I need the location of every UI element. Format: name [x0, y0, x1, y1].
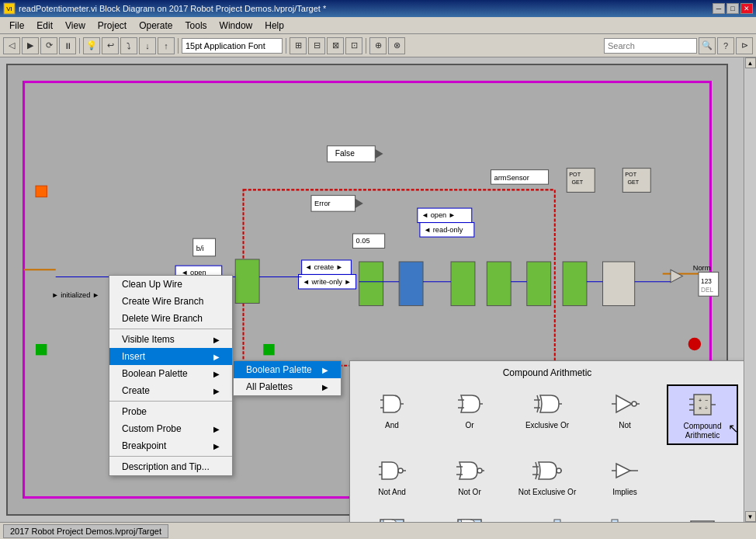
palette-not-and[interactable]: Not And [356, 451, 428, 501]
palette-compound-arithmetic[interactable]: + − × ÷ Compound Arithmetic [667, 384, 738, 445]
ctx-boolean-palette[interactable]: Boolean Palette ▶ [109, 365, 232, 382]
toolbar-terminals[interactable]: ⊕ [369, 37, 387, 54]
search-input[interactable] [604, 38, 697, 54]
exclusive-or-label: Exclusive Or [525, 421, 569, 430]
menu-bar: File Edit View Project Operate Tools Win… [0, 17, 756, 34]
scroll-down-button[interactable]: ▼ [745, 511, 756, 522]
block-diagram-canvas[interactable]: False armSensor POT GET POT GET Error [0, 57, 744, 522]
scroll-up-button[interactable]: ▲ [745, 57, 756, 68]
svg-text:► initialized ►: ► initialized ► [52, 291, 100, 299]
svg-rect-39 [399, 262, 423, 306]
palette-or-array[interactable]: Or Array Elements [434, 507, 505, 522]
palette-bool-to-01[interactable]: T=1 F=0 Bool to (0,1) [667, 507, 738, 522]
scrollbar-right[interactable]: ▲ ▼ [744, 57, 756, 522]
implies-label: Implies [612, 488, 637, 497]
help-button[interactable]: ? [717, 37, 734, 54]
toolbar-sep-3 [286, 38, 286, 54]
boolean-palette-arrow: ▶ [213, 370, 220, 378]
not-exclusive-or-icon [532, 455, 563, 486]
svg-text:POT: POT [569, 171, 581, 178]
status-bar: 2017 Robot Project Demos.lvproj/Target [0, 522, 756, 539]
window-controls: ─ □ ✕ [713, 3, 753, 14]
ctx-custom-probe[interactable]: Custom Probe ▶ [109, 420, 232, 437]
menu-operate[interactable]: Operate [133, 19, 179, 33]
ctx-cleanup-wire[interactable]: Clean Up Wire [109, 276, 232, 293]
svg-rect-40 [451, 262, 475, 306]
toolbar-step-into[interactable]: ↓ [139, 37, 156, 54]
not-or-label: Not Or [458, 488, 480, 497]
palette-not[interactable]: Not [589, 384, 661, 445]
spacer-icon [687, 455, 718, 486]
menu-window[interactable]: Window [213, 19, 259, 33]
palette-and[interactable]: And [356, 384, 428, 445]
svg-point-88 [477, 468, 482, 473]
ctx-insert[interactable]: Insert ▶ [109, 348, 232, 365]
svg-text:GET: GET [571, 179, 583, 186]
bool-to-01-icon: T=1 F=0 [687, 511, 718, 522]
menu-tools[interactable]: Tools [179, 19, 213, 33]
toolbar-resize[interactable]: ⊠ [327, 37, 344, 54]
toolbar-retain[interactable]: ↩ [102, 37, 119, 54]
toolbar-distribute[interactable]: ⊟ [308, 37, 325, 54]
and-array-icon [376, 511, 407, 522]
ctx-visible-items[interactable]: Visible Items ▶ [109, 331, 232, 348]
svg-text:◄ read-only: ◄ read-only [424, 226, 463, 234]
menu-file[interactable]: File [3, 19, 30, 33]
toolbar-clean[interactable]: ⊗ [388, 37, 405, 54]
ctx-description[interactable]: Description and Tip... [109, 458, 232, 475]
not-label: Not [619, 421, 631, 430]
menu-project[interactable]: Project [92, 19, 133, 33]
compound-arithmetic-icon: + − × ÷ [687, 389, 718, 420]
svg-text:VI: VI [6, 5, 12, 12]
toolbar-step-out[interactable]: ↑ [158, 37, 175, 54]
ctx-create[interactable]: Create ▶ [109, 382, 232, 399]
toolbar-highlight[interactable]: 💡 [83, 37, 100, 54]
toolbar-run-cont[interactable]: ⟳ [40, 37, 57, 54]
menu-help[interactable]: Help [258, 19, 290, 33]
toolbar-back[interactable]: ◁ [3, 37, 20, 54]
toolbar: ◁ ▶ ⟳ ⏸ 💡 ↩ ⤵ ↓ ↑ ⊞ ⊟ ⊠ ⊡ ⊕ ⊗ 🔍 ? ⊳ [0, 34, 756, 57]
toolbar-order[interactable]: ⊡ [345, 37, 362, 54]
close-button[interactable]: ✕ [740, 3, 753, 14]
maximize-button[interactable]: □ [727, 3, 739, 14]
app-icon: VI [3, 2, 16, 15]
palette-not-or[interactable]: Not Or [434, 451, 505, 501]
svg-text:÷: ÷ [705, 405, 708, 411]
svg-marker-8 [375, 149, 383, 158]
toolbar-pause[interactable]: ⏸ [59, 37, 76, 54]
palette-array-to-num[interactable]: num Array to Num [589, 507, 661, 522]
menu-view[interactable]: View [59, 19, 92, 33]
status-tab[interactable]: 2017 Robot Project Demos.lvproj/Target [3, 524, 168, 538]
scroll-track[interactable] [745, 68, 756, 511]
search-button[interactable]: 🔍 [699, 37, 716, 54]
ctx-delete-branch[interactable]: Delete Wire Branch [109, 310, 232, 327]
menu-edit[interactable]: Edit [30, 19, 59, 33]
svg-rect-52 [36, 344, 47, 355]
ctx-sep-3 [109, 456, 232, 457]
minimize-button[interactable]: ─ [713, 3, 725, 14]
palette-or[interactable]: Or [434, 384, 505, 445]
ctx-create-branch[interactable]: Create Wire Branch [109, 293, 232, 310]
svg-rect-43 [563, 262, 587, 306]
font-selector[interactable] [182, 38, 283, 54]
boolean-palette-panel: Compound Arithmetic And [349, 360, 744, 522]
submenu-boolean-palette[interactable]: Boolean Palette ▶ [234, 361, 341, 378]
palette-exclusive-or[interactable]: Exclusive Or [512, 384, 583, 445]
toolbar-sep-2 [178, 38, 179, 54]
toolbar-step-over[interactable]: ⤵ [120, 37, 137, 54]
toolbar-run[interactable]: ▶ [22, 37, 39, 54]
ctx-probe[interactable]: Probe [109, 403, 232, 420]
toolbar-align[interactable]: ⊞ [290, 37, 307, 54]
ctx-breakpoint[interactable]: Breakpoint ▶ [109, 437, 232, 454]
palette-not-exclusive-or[interactable]: Not Exclusive Or [512, 451, 583, 501]
palette-implies[interactable]: Implies [589, 451, 661, 501]
nav-button[interactable]: ⊳ [736, 37, 753, 54]
svg-text:Norm: Norm [693, 264, 711, 272]
ctx-sep-2 [109, 401, 232, 402]
svg-point-92 [557, 468, 561, 473]
palette-num-to-array[interactable]: num Num to Array [512, 507, 583, 522]
submenu-all-palettes[interactable]: All Palettes ▶ [234, 378, 341, 395]
num-to-array-icon: num [532, 511, 563, 522]
palette-and-array[interactable]: And Array Elements [356, 507, 428, 522]
or-icon [454, 388, 485, 419]
